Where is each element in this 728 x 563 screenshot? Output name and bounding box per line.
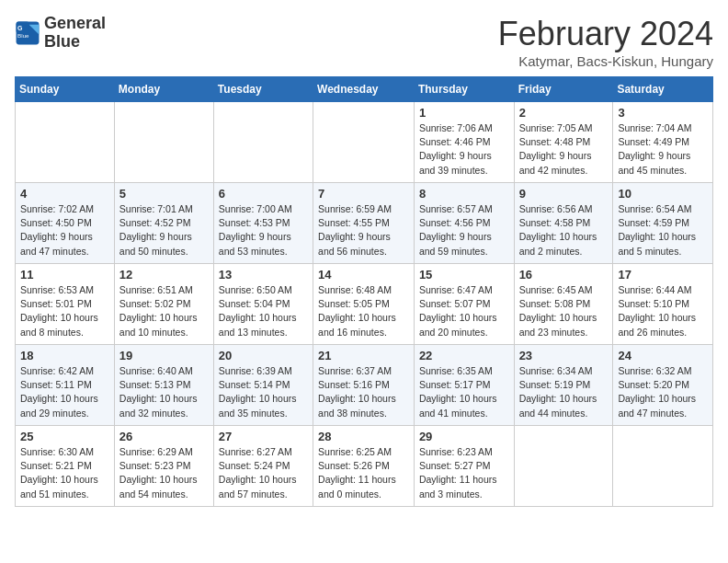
weekday-header: Sunday (16, 77, 115, 102)
day-info: Sunrise: 6:53 AM Sunset: 5:01 PM Dayligh… (20, 283, 109, 339)
day-number: 2 (519, 106, 609, 120)
day-number: 10 (618, 187, 708, 201)
day-info: Sunrise: 7:02 AM Sunset: 4:50 PM Dayligh… (20, 202, 109, 259)
calendar-cell (213, 102, 313, 183)
day-number: 6 (219, 187, 308, 201)
calendar-week-row: 25Sunrise: 6:30 AM Sunset: 5:21 PM Dayli… (16, 426, 713, 507)
day-number: 20 (219, 349, 308, 362)
calendar-cell: 25Sunrise: 6:30 AM Sunset: 5:21 PM Dayli… (16, 426, 115, 507)
day-number: 26 (119, 430, 209, 443)
day-info: Sunrise: 7:04 AM Sunset: 4:49 PM Dayligh… (618, 121, 708, 178)
weekday-header: Thursday (414, 77, 514, 102)
calendar-cell (613, 426, 713, 507)
weekday-header: Wednesday (313, 77, 415, 102)
day-info: Sunrise: 6:25 AM Sunset: 5:26 PM Dayligh… (318, 445, 409, 501)
day-number: 23 (519, 349, 609, 362)
day-info: Sunrise: 6:23 AM Sunset: 5:27 PM Dayligh… (419, 445, 509, 501)
calendar-cell: 16Sunrise: 6:45 AM Sunset: 5:08 PM Dayli… (514, 264, 613, 345)
svg-text:G: G (17, 25, 23, 31)
location-title: Katymar, Bacs-Kiskun, Hungary (498, 53, 713, 69)
calendar-cell: 7Sunrise: 6:59 AM Sunset: 4:55 PM Daylig… (313, 183, 415, 264)
logo-text: General Blue (44, 15, 106, 52)
day-info: Sunrise: 6:39 AM Sunset: 5:14 PM Dayligh… (219, 364, 308, 420)
day-info: Sunrise: 6:50 AM Sunset: 5:04 PM Dayligh… (219, 283, 308, 339)
weekday-header: Monday (114, 77, 213, 102)
calendar-cell: 22Sunrise: 6:35 AM Sunset: 5:17 PM Dayli… (414, 345, 514, 426)
calendar-header: SundayMondayTuesdayWednesdayThursdayFrid… (16, 77, 713, 102)
calendar-cell: 29Sunrise: 6:23 AM Sunset: 5:27 PM Dayli… (414, 426, 514, 507)
day-number: 7 (318, 187, 409, 201)
logo: G Blue General Blue (15, 15, 106, 52)
title-block: February 2024 Katymar, Bacs-Kiskun, Hung… (498, 15, 713, 69)
calendar-week-row: 4Sunrise: 7:02 AM Sunset: 4:50 PM Daylig… (16, 183, 713, 264)
calendar-cell: 15Sunrise: 6:47 AM Sunset: 5:07 PM Dayli… (414, 264, 514, 345)
day-number: 4 (20, 187, 109, 201)
day-number: 5 (119, 187, 209, 201)
day-info: Sunrise: 6:37 AM Sunset: 5:16 PM Dayligh… (318, 364, 409, 420)
svg-text:Blue: Blue (17, 31, 29, 38)
day-info: Sunrise: 6:57 AM Sunset: 4:56 PM Dayligh… (419, 202, 509, 259)
day-info: Sunrise: 6:32 AM Sunset: 5:20 PM Dayligh… (618, 364, 708, 420)
calendar-cell: 8Sunrise: 6:57 AM Sunset: 4:56 PM Daylig… (414, 183, 514, 264)
calendar-cell: 10Sunrise: 6:54 AM Sunset: 4:59 PM Dayli… (613, 183, 713, 264)
calendar-cell: 28Sunrise: 6:25 AM Sunset: 5:26 PM Dayli… (313, 426, 415, 507)
logo-line2: Blue (44, 33, 106, 52)
calendar-cell: 27Sunrise: 6:27 AM Sunset: 5:24 PM Dayli… (213, 426, 313, 507)
calendar-week-row: 1Sunrise: 7:06 AM Sunset: 4:46 PM Daylig… (16, 102, 713, 183)
day-number: 3 (618, 106, 708, 120)
day-number: 16 (519, 268, 609, 282)
calendar-cell: 6Sunrise: 7:00 AM Sunset: 4:53 PM Daylig… (213, 183, 313, 264)
weekday-header: Friday (514, 77, 613, 102)
day-info: Sunrise: 6:42 AM Sunset: 5:11 PM Dayligh… (20, 364, 109, 420)
calendar-cell: 5Sunrise: 7:01 AM Sunset: 4:52 PM Daylig… (114, 183, 213, 264)
day-number: 8 (419, 187, 509, 201)
logo-icon: G Blue (15, 20, 40, 46)
day-info: Sunrise: 6:30 AM Sunset: 5:21 PM Dayligh… (20, 445, 109, 501)
month-title: February 2024 (498, 15, 713, 53)
calendar-cell: 17Sunrise: 6:44 AM Sunset: 5:10 PM Dayli… (613, 264, 713, 345)
calendar-cell: 4Sunrise: 7:02 AM Sunset: 4:50 PM Daylig… (16, 183, 115, 264)
calendar-cell: 21Sunrise: 6:37 AM Sunset: 5:16 PM Dayli… (313, 345, 415, 426)
calendar-cell: 19Sunrise: 6:40 AM Sunset: 5:13 PM Dayli… (114, 345, 213, 426)
page-header: G Blue General Blue February 2024 Katyma… (15, 15, 713, 69)
day-number: 27 (219, 430, 308, 443)
calendar-body: 1Sunrise: 7:06 AM Sunset: 4:46 PM Daylig… (16, 102, 713, 507)
day-number: 21 (318, 349, 409, 362)
weekday-header: Saturday (613, 77, 713, 102)
weekday-header: Tuesday (213, 77, 313, 102)
day-info: Sunrise: 6:56 AM Sunset: 4:58 PM Dayligh… (519, 202, 609, 259)
day-number: 1 (419, 106, 509, 120)
calendar-cell: 3Sunrise: 7:04 AM Sunset: 4:49 PM Daylig… (613, 102, 713, 183)
day-info: Sunrise: 7:05 AM Sunset: 4:48 PM Dayligh… (519, 121, 609, 178)
calendar-cell (514, 426, 613, 507)
calendar-cell: 23Sunrise: 6:34 AM Sunset: 5:19 PM Dayli… (514, 345, 613, 426)
day-info: Sunrise: 6:27 AM Sunset: 5:24 PM Dayligh… (219, 445, 308, 501)
day-info: Sunrise: 6:47 AM Sunset: 5:07 PM Dayligh… (419, 283, 509, 339)
day-number: 17 (618, 268, 708, 282)
day-info: Sunrise: 6:40 AM Sunset: 5:13 PM Dayligh… (119, 364, 209, 420)
calendar-cell: 12Sunrise: 6:51 AM Sunset: 5:02 PM Dayli… (114, 264, 213, 345)
day-info: Sunrise: 6:48 AM Sunset: 5:05 PM Dayligh… (318, 283, 409, 339)
day-number: 22 (419, 349, 509, 362)
calendar-cell: 26Sunrise: 6:29 AM Sunset: 5:23 PM Dayli… (114, 426, 213, 507)
calendar-cell (16, 102, 115, 183)
day-number: 9 (519, 187, 609, 201)
day-info: Sunrise: 6:44 AM Sunset: 5:10 PM Dayligh… (618, 283, 708, 339)
day-number: 29 (419, 430, 509, 443)
day-number: 13 (219, 268, 308, 282)
calendar-cell (114, 102, 213, 183)
day-info: Sunrise: 6:54 AM Sunset: 4:59 PM Dayligh… (618, 202, 708, 259)
calendar-cell: 11Sunrise: 6:53 AM Sunset: 5:01 PM Dayli… (16, 264, 115, 345)
day-info: Sunrise: 7:00 AM Sunset: 4:53 PM Dayligh… (219, 202, 308, 259)
day-number: 15 (419, 268, 509, 282)
day-number: 25 (20, 430, 109, 443)
calendar-cell: 18Sunrise: 6:42 AM Sunset: 5:11 PM Dayli… (16, 345, 115, 426)
day-info: Sunrise: 7:01 AM Sunset: 4:52 PM Dayligh… (119, 202, 209, 259)
calendar-cell: 14Sunrise: 6:48 AM Sunset: 5:05 PM Dayli… (313, 264, 415, 345)
calendar-cell: 24Sunrise: 6:32 AM Sunset: 5:20 PM Dayli… (613, 345, 713, 426)
calendar-cell: 1Sunrise: 7:06 AM Sunset: 4:46 PM Daylig… (414, 102, 514, 183)
day-info: Sunrise: 6:34 AM Sunset: 5:19 PM Dayligh… (519, 364, 609, 420)
day-number: 24 (618, 349, 708, 362)
calendar-week-row: 11Sunrise: 6:53 AM Sunset: 5:01 PM Dayli… (16, 264, 713, 345)
calendar-table: SundayMondayTuesdayWednesdayThursdayFrid… (15, 76, 713, 507)
